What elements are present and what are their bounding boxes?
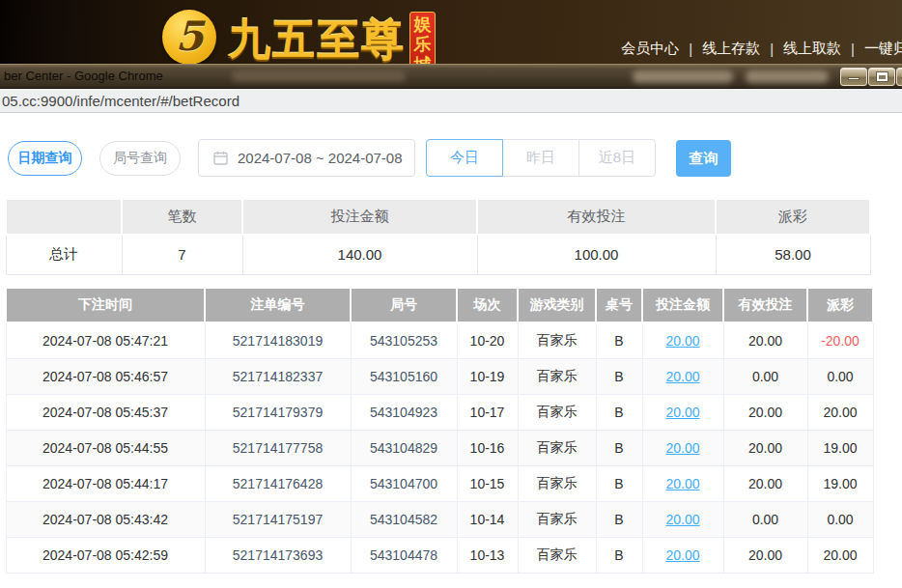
cell: 百家乐	[518, 358, 596, 394]
date-query-tab[interactable]: 日期查询	[8, 141, 82, 176]
bet-amount-link[interactable]: 20.00	[665, 333, 699, 349]
nav-link[interactable]: 会员中心	[621, 40, 679, 58]
yesterday-button[interactable]: 昨日	[502, 139, 579, 177]
summary-column-header	[6, 199, 122, 235]
cell: 0.00	[807, 358, 873, 394]
nav-link[interactable]: 线上取款	[783, 40, 841, 58]
bet-column-header: 场次	[457, 288, 518, 322]
maximize-button[interactable]	[868, 68, 895, 86]
cell: 10-13	[457, 537, 518, 573]
page-url: 05.cc:9900/infe/mcenter/#/betRecord	[0, 93, 240, 109]
search-button[interactable]: 查询	[676, 140, 731, 177]
cell: B	[596, 322, 642, 358]
bet-column-header: 有效投注	[723, 288, 807, 322]
cell: 20.00	[723, 537, 807, 573]
cell: 521714182337	[205, 358, 351, 394]
blurred-account-info	[746, 70, 829, 83]
cell: 20.00	[807, 537, 873, 573]
table-row: 2024-07-08 05:47:21521714183019543105253…	[6, 322, 873, 358]
cell: 543104923	[351, 394, 457, 430]
bet-column-header: 局号	[351, 288, 457, 322]
summary-cell: 140.00	[242, 235, 477, 274]
cell-bet-amount: 20.00	[642, 394, 723, 430]
summary-cell: 总计	[6, 235, 122, 274]
bet-column-header: 游戏类别	[518, 288, 596, 322]
cell: 10-20	[457, 322, 518, 358]
bet-table-header-row: 下注时间注单编号局号场次游戏类别桌号投注金额有效投注派彩	[6, 288, 873, 322]
bet-column-header: 桌号	[596, 288, 642, 322]
cell-bet-amount: 20.00	[642, 430, 723, 465]
close-button[interactable]	[896, 68, 902, 86]
table-row: 2024-07-08 05:46:57521714182337543105160…	[6, 358, 873, 394]
minimize-button[interactable]	[840, 68, 867, 86]
cell: 20.00	[723, 322, 807, 358]
cell: 543105253	[351, 322, 457, 358]
cell-bet-amount: 20.00	[642, 465, 723, 501]
cell: B	[596, 465, 642, 501]
brand-title: 九五至尊	[228, 12, 406, 69]
cell: 20.00	[723, 394, 807, 430]
table-row: 2024-07-08 05:42:59521714173693543104478…	[6, 537, 873, 573]
calendar-icon	[213, 151, 228, 165]
cell: B	[596, 430, 642, 465]
bet-record-page: 日期查询 局号查询 2024-07-08 ~ 2024-07-08 今日 昨日 …	[0, 113, 902, 588]
date-range-value: 2024-07-08 ~ 2024-07-08	[238, 150, 403, 166]
last-8-days-button[interactable]: 近8日	[578, 139, 656, 177]
quick-range-group: 今日 昨日 近8日	[426, 139, 656, 177]
cell: 10-16	[457, 430, 518, 465]
window-title: ber Center - Google Chrome	[4, 65, 163, 88]
cell: 百家乐	[518, 465, 596, 501]
cell: 2024-07-08 05:45:37	[6, 394, 205, 430]
date-range-picker[interactable]: 2024-07-08 ~ 2024-07-08	[198, 139, 415, 177]
bet-amount-link[interactable]: 20.00	[665, 405, 699, 420]
bet-amount-link[interactable]: 20.00	[665, 547, 699, 563]
cell: 543104582	[351, 501, 457, 537]
cell-bet-amount: 20.00	[642, 537, 723, 573]
summary-header-row: 笔数投注金额有效投注派彩	[6, 199, 870, 235]
cell: 10-14	[457, 501, 518, 537]
cell: 2024-07-08 05:44:55	[6, 430, 205, 465]
cell: B	[596, 358, 642, 394]
bet-amount-link[interactable]: 20.00	[665, 369, 699, 384]
bet-column-header: 投注金额	[642, 288, 723, 322]
cell: 2024-07-08 05:42:59	[6, 537, 205, 573]
blurred-account-info	[633, 70, 733, 83]
summary-column-header: 有效投注	[477, 199, 716, 235]
cell: B	[596, 501, 642, 537]
cell: 521714179379	[205, 394, 351, 430]
summary-column-header: 投注金额	[242, 199, 477, 235]
cell: 百家乐	[518, 322, 596, 358]
nav-separator: |	[851, 41, 855, 57]
cell: 19.00	[807, 430, 873, 465]
cell: 521714173693	[205, 537, 351, 573]
summary-cell: 100.00	[477, 235, 716, 274]
cell: 百家乐	[518, 394, 596, 430]
cell: 521714175197	[205, 501, 351, 537]
nav-separator: |	[689, 41, 692, 57]
nav-link[interactable]: 线上存款	[702, 40, 760, 58]
cell: 20.00	[807, 394, 873, 430]
bet-column-header: 派彩	[807, 288, 873, 322]
bet-column-header: 下注时间	[6, 288, 205, 322]
cell: 0.00	[807, 501, 873, 537]
address-bar[interactable]: 05.cc:9900/infe/mcenter/#/betRecord	[0, 89, 902, 113]
cell: 543104478	[351, 537, 457, 573]
round-query-tab[interactable]: 局号查询	[99, 141, 181, 176]
bet-amount-link[interactable]: 20.00	[665, 476, 699, 491]
cell: 521714183019	[205, 322, 351, 358]
bet-amount-link[interactable]: 20.00	[665, 512, 699, 527]
bet-amount-link[interactable]: 20.00	[665, 440, 699, 456]
nav-separator: |	[770, 41, 774, 57]
today-button[interactable]: 今日	[426, 139, 503, 177]
table-row: 2024-07-08 05:44:55521714177758543104829…	[6, 430, 873, 465]
cell: 543105160	[351, 358, 457, 394]
nav-link[interactable]: 一键归	[864, 40, 902, 58]
cell: -20.00	[807, 322, 873, 358]
summary-column-header: 派彩	[716, 199, 870, 235]
cell: 521714176428	[205, 465, 351, 501]
window-titlebar[interactable]: ber Center - Google Chrome	[0, 64, 902, 89]
cell: 521714177758	[205, 430, 351, 465]
bet-column-header: 注单编号	[205, 288, 351, 322]
bet-record-table: 下注时间注单编号局号场次游戏类别桌号投注金额有效投注派彩 2024-07-08 …	[5, 287, 874, 574]
cell-bet-amount: 20.00	[642, 322, 723, 358]
